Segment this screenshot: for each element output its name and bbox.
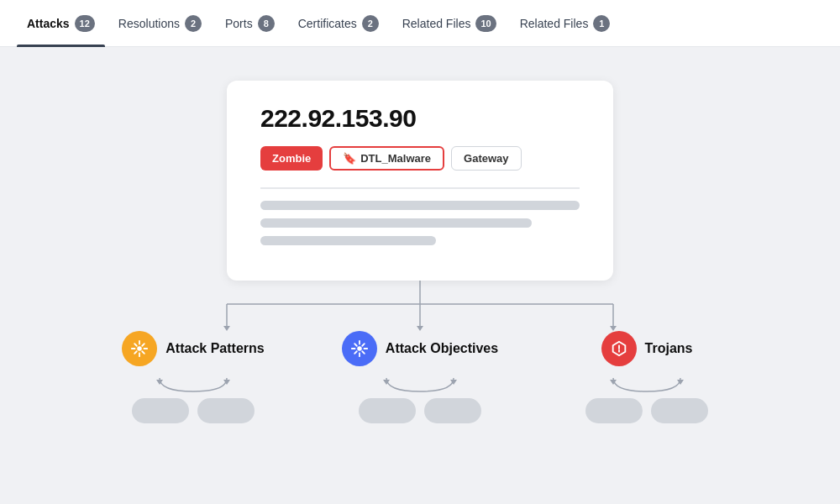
- attack-patterns-pill-2[interactable]: [197, 398, 255, 423]
- trojans-text: Trojans: [645, 341, 693, 356]
- tab-resolutions-badge: 2: [185, 15, 202, 32]
- tab-ports[interactable]: Ports 8: [215, 0, 285, 47]
- tab-related-files-2-badge: 1: [593, 15, 610, 32]
- node-attack-patterns: Attack Patterns: [101, 331, 286, 423]
- tab-ports-badge: 8: [258, 15, 275, 32]
- svg-point-11: [357, 346, 362, 351]
- tab-attacks-label: Attacks: [27, 17, 70, 30]
- trojans-icon: [601, 331, 637, 366]
- tab-related-files-2-label: Related Files: [520, 17, 589, 30]
- svg-point-8: [138, 346, 143, 351]
- svg-marker-5: [223, 326, 230, 331]
- attack-objectives-pill-row: [359, 398, 481, 423]
- attack-objectives-text: Attack Objectives: [386, 341, 498, 356]
- card-divider: [260, 187, 580, 189]
- tab-certificates-label: Certificates: [298, 17, 357, 30]
- trojans-pill-2[interactable]: [651, 398, 708, 423]
- attack-patterns-pill-row: [132, 398, 255, 423]
- trojans-children: [580, 378, 714, 423]
- tag-dtl[interactable]: 🔖 DTL_Malware: [329, 146, 444, 171]
- tab-bar: Attacks 12 Resolutions 2 Ports 8 Certifi…: [0, 0, 840, 47]
- attack-objectives-icon: [342, 331, 377, 366]
- tag-gateway[interactable]: Gateway: [451, 146, 521, 171]
- tab-attacks[interactable]: Attacks 12: [17, 0, 105, 47]
- main-content: 222.92.153.90 Zombie 🔖 DTL_Malware Gatew…: [0, 47, 840, 504]
- trojans-label: Trojans: [601, 331, 693, 366]
- attack-objectives-pill-1[interactable]: [359, 398, 416, 423]
- tab-certificates[interactable]: Certificates 2: [288, 0, 389, 47]
- attack-patterns-pill-1[interactable]: [132, 398, 189, 423]
- trojans-pill-row: [585, 398, 708, 423]
- tab-related-files-1[interactable]: Related Files 10: [392, 0, 507, 47]
- tab-ports-label: Ports: [225, 17, 253, 30]
- tab-related-files-2[interactable]: Related Files 1: [510, 0, 621, 47]
- svg-marker-6: [417, 326, 423, 331]
- node-attack-objectives: Attack Objectives: [328, 331, 512, 423]
- tab-attacks-badge: 12: [75, 15, 95, 32]
- svg-marker-7: [610, 326, 617, 331]
- tag-dtl-label: DTL_Malware: [360, 152, 431, 165]
- skeleton-line-1: [260, 201, 580, 210]
- tag-zombie[interactable]: Zombie: [260, 146, 323, 171]
- attack-objectives-label: Attack Objectives: [342, 331, 498, 366]
- tab-certificates-badge: 2: [362, 15, 379, 32]
- tag-row: Zombie 🔖 DTL_Malware Gateway: [260, 146, 580, 171]
- skeleton-line-3: [260, 236, 436, 245]
- tab-resolutions-label: Resolutions: [118, 17, 180, 30]
- tab-related-files-1-label: Related Files: [402, 17, 471, 30]
- tab-resolutions[interactable]: Resolutions 2: [108, 0, 212, 47]
- ip-address: 222.92.153.90: [260, 104, 580, 133]
- skeleton-line-2: [260, 218, 532, 228]
- attack-objectives-pill-2[interactable]: [424, 398, 481, 423]
- attack-patterns-label: Attack Patterns: [122, 331, 264, 366]
- node-trojans: Trojans: [554, 331, 739, 423]
- ip-card: 222.92.153.90 Zombie 🔖 DTL_Malware Gatew…: [227, 81, 613, 281]
- attack-objectives-children: [353, 378, 487, 423]
- bookmark-icon: 🔖: [343, 152, 356, 165]
- trojans-pill-1[interactable]: [585, 398, 643, 423]
- attack-patterns-children: [126, 378, 260, 423]
- attack-patterns-icon: [122, 331, 157, 366]
- nodes-row: Attack Patterns: [101, 331, 739, 423]
- attack-patterns-text: Attack Patterns: [165, 341, 264, 356]
- tab-related-files-1-badge: 10: [475, 15, 496, 32]
- tree-connector: [126, 281, 714, 331]
